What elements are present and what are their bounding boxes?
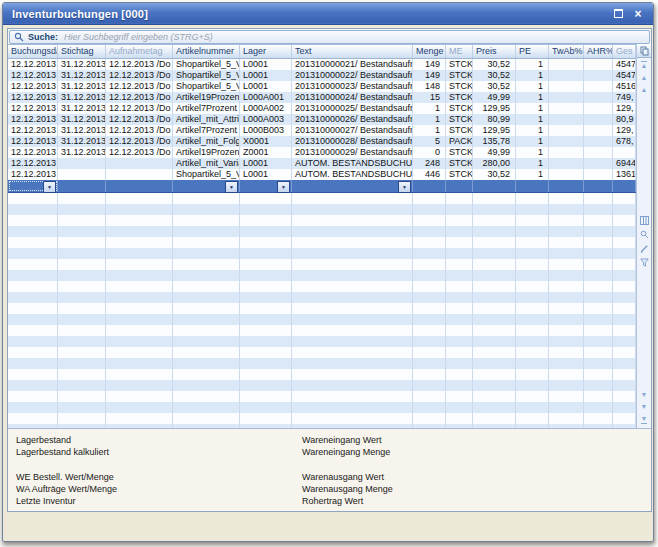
cell-lager[interactable]: X0001 <box>240 136 292 147</box>
empty-row[interactable] <box>8 413 636 424</box>
cell-preis[interactable]: 80,99 <box>473 114 516 125</box>
cell-lager[interactable]: L000A003 <box>240 114 292 125</box>
cell-buchungsdatum[interactable]: 12.12.2013 <box>8 125 58 136</box>
table-row[interactable]: 12.12.201331.12.201312.12.2013 /DoArtike… <box>8 114 636 125</box>
empty-row[interactable] <box>8 281 636 292</box>
empty-row[interactable] <box>8 369 636 380</box>
empty-row[interactable] <box>8 215 636 226</box>
cell-menge[interactable]: 148 <box>413 81 446 92</box>
filter-cell-pe[interactable] <box>516 180 549 192</box>
cell-aufnahmetag[interactable]: 12.12.2013 /Do <box>106 147 173 158</box>
cell-ahr[interactable] <box>584 92 613 103</box>
cell-pe[interactable]: 1 <box>516 136 549 147</box>
cell-artikelnummer[interactable]: Artikel_mit_Folgeart <box>173 136 240 147</box>
column-header-ahr[interactable]: AHR% <box>584 45 613 58</box>
cell-artikelnummer[interactable]: Shopartikel_5_Varia <box>173 59 240 70</box>
column-header-buchungsdatum[interactable]: Buchungsdatum <box>8 45 58 58</box>
cell-artikelnummer[interactable]: Shopartikel_5_Varia <box>173 169 240 180</box>
empty-row[interactable] <box>8 402 636 413</box>
cell-ges[interactable]: 129, <box>613 125 636 136</box>
filter-cell-text[interactable]: ▼ <box>292 180 413 192</box>
cell-menge[interactable]: 1 <box>413 103 446 114</box>
empty-row[interactable] <box>8 347 636 358</box>
cell-me[interactable]: STCK <box>446 158 473 169</box>
table-row[interactable]: 12.12.201331.12.201312.12.2013 /DoShopar… <box>8 59 636 70</box>
cell-ahr[interactable] <box>584 158 613 169</box>
table-row[interactable]: 12.12.201331.12.201312.12.2013 /DoArtike… <box>8 125 636 136</box>
scroll-to-top-icon[interactable]: ▲ <box>641 61 648 70</box>
cell-text[interactable]: AUTOM. BESTANDSBUCHUNG/Refere <box>292 158 413 169</box>
titlebar[interactable]: Inventurbuchungen [000] × <box>3 3 653 25</box>
cell-lager[interactable]: L0001 <box>240 158 292 169</box>
scrollbar-track[interactable]: ▲ ▲ ▲ <box>637 58 651 428</box>
restore-button[interactable] <box>611 7 625 20</box>
cell-twab[interactable] <box>549 114 584 125</box>
cell-twab[interactable] <box>549 92 584 103</box>
cell-buchungsdatum[interactable]: 12.12.2013 <box>8 59 58 70</box>
empty-row[interactable] <box>8 358 636 369</box>
empty-row[interactable] <box>8 292 636 303</box>
empty-row[interactable] <box>8 226 636 237</box>
cell-ges[interactable]: 80,9 <box>613 114 636 125</box>
scroll-to-bottom-icon[interactable]: ▼ <box>641 415 648 424</box>
cell-twab[interactable] <box>549 70 584 81</box>
cell-buchungsdatum[interactable]: 12.12.2013 <box>8 114 58 125</box>
empty-row[interactable] <box>8 248 636 259</box>
scroll-page-down-icon[interactable]: ▼ <box>641 403 648 411</box>
cell-preis[interactable]: 280,00 <box>473 158 516 169</box>
cell-menge[interactable]: 149 <box>413 59 446 70</box>
cell-pe[interactable]: 1 <box>516 92 549 103</box>
cell-ges[interactable]: 129, <box>613 103 636 114</box>
cell-ges[interactable]: 6944 <box>613 158 636 169</box>
cell-buchungsdatum[interactable]: 12.12.2013 <box>8 147 58 158</box>
column-header-stichtag[interactable]: Stichtag <box>58 45 106 58</box>
scroll-down-icon[interactable]: ▼ <box>641 391 648 399</box>
cell-ahr[interactable] <box>584 70 613 81</box>
cell-buchungsdatum[interactable]: 12.12.2013 <box>8 136 58 147</box>
cell-preis[interactable]: 30,52 <box>473 169 516 180</box>
search-input[interactable]: Suche: Hier Suchbegriff eingeben (STRG+S… <box>9 30 650 44</box>
cell-lager[interactable]: L0001 <box>240 70 292 81</box>
filter-dropdown-button[interactable]: ▼ <box>225 181 238 193</box>
cell-pe[interactable]: 1 <box>516 70 549 81</box>
cell-text[interactable]: 201310000021/ Bestandsaufnahme I <box>292 59 413 70</box>
column-header-preis[interactable]: Preis <box>473 45 516 58</box>
cell-twab[interactable] <box>549 136 584 147</box>
cell-lager[interactable]: L000A002 <box>240 103 292 114</box>
cell-pe[interactable]: 1 <box>516 125 549 136</box>
empty-row[interactable] <box>8 303 636 314</box>
cell-artikelnummer[interactable]: Artikel_mit_Attribute <box>173 114 240 125</box>
cell-aufnahmetag[interactable]: 12.12.2013 /Do <box>106 59 173 70</box>
empty-row[interactable] <box>8 391 636 402</box>
cell-text[interactable]: 201310000024/ Bestandsaufnahme I <box>292 92 413 103</box>
cell-pe[interactable]: 1 <box>516 147 549 158</box>
cell-artikelnummer[interactable]: Artikel7Prozent <box>173 125 240 136</box>
cell-text[interactable]: 201310000027/ Bestandsaufnahme I <box>292 125 413 136</box>
filter-cell-twab[interactable] <box>549 180 584 192</box>
cell-me[interactable]: STCK <box>446 70 473 81</box>
cell-stichtag[interactable] <box>58 169 106 180</box>
empty-row[interactable] <box>8 259 636 270</box>
table-row[interactable]: 12.12.201331.12.201312.12.2013 /DoShopar… <box>8 70 636 81</box>
cell-ges[interactable] <box>613 147 636 158</box>
table-row[interactable]: 12.12.201331.12.201312.12.2013 /DoShopar… <box>8 81 636 92</box>
cell-stichtag[interactable]: 31.12.2013 <box>58 70 106 81</box>
cell-me[interactable]: STCK <box>446 125 473 136</box>
cell-twab[interactable] <box>549 81 584 92</box>
column-header-ges[interactable]: Ges <box>613 45 636 58</box>
column-header-aufnahmetag[interactable]: Aufnahmetag <box>106 45 173 58</box>
cell-aufnahmetag[interactable]: 12.12.2013 /Do <box>106 70 173 81</box>
cell-buchungsdatum[interactable]: 12.12.2013 <box>8 92 58 103</box>
cell-me[interactable]: PACK <box>446 136 473 147</box>
cell-pe[interactable]: 1 <box>516 103 549 114</box>
cell-text[interactable]: AUTOM. BESTANDSBUCHUNG/Refere <box>292 169 413 180</box>
cell-pe[interactable]: 1 <box>516 81 549 92</box>
cell-artikelnummer[interactable]: Shopartikel_5_Varia <box>173 81 240 92</box>
cell-text[interactable]: 201310000023/ Bestandsaufnahme I <box>292 81 413 92</box>
cell-stichtag[interactable]: 31.12.2013 <box>58 114 106 125</box>
cell-twab[interactable] <box>549 125 584 136</box>
filter-dropdown-button[interactable]: ▼ <box>277 181 290 193</box>
filter-cell-lager[interactable]: ▼ <box>240 180 292 192</box>
column-header-lager[interactable]: Lager <box>240 45 292 58</box>
cell-pe[interactable]: 1 <box>516 169 549 180</box>
